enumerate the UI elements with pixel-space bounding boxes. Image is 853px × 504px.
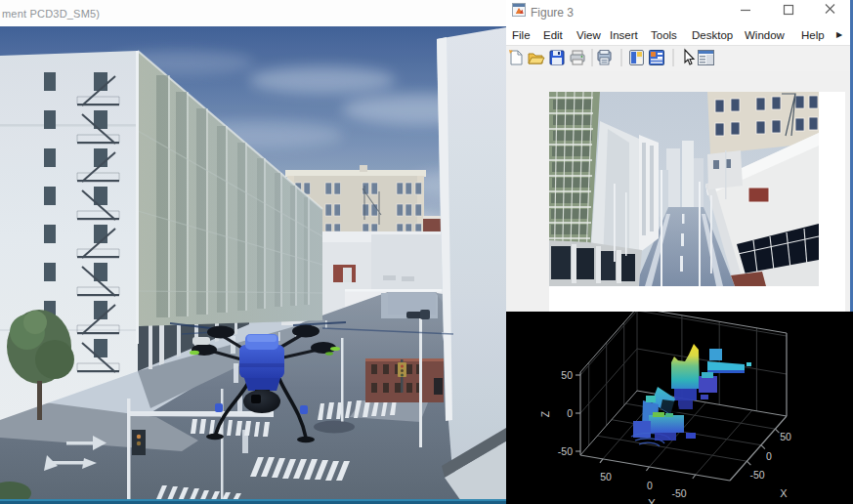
svg-text:50: 50 [780, 431, 791, 442]
svg-text:-50: -50 [671, 487, 686, 499]
svg-text:-50: -50 [558, 445, 573, 457]
svg-text:-50: -50 [749, 469, 764, 481]
svg-text:50: 50 [600, 471, 612, 483]
svg-text:Z: Z [539, 410, 551, 417]
svg-text:0: 0 [766, 450, 772, 462]
svg-text:X: X [780, 487, 788, 499]
svg-text:0: 0 [647, 480, 653, 491]
svg-text:Y: Y [648, 497, 656, 504]
svg-text:50: 50 [561, 369, 573, 381]
svg-text:0: 0 [567, 407, 573, 419]
